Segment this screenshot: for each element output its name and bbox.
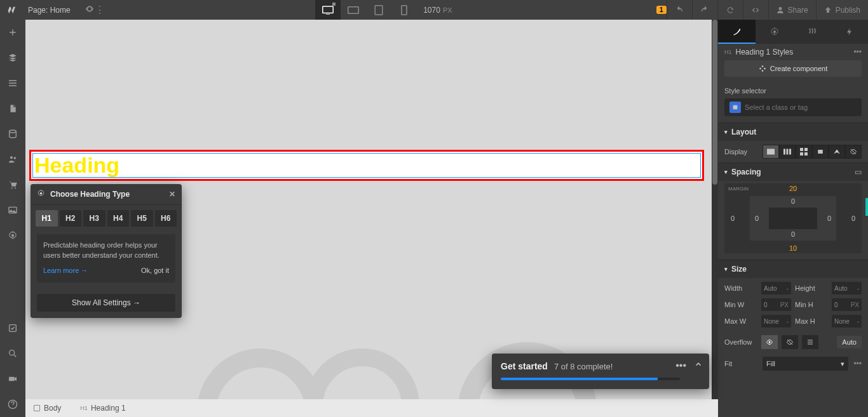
padding-right[interactable]: 0 <box>827 215 831 222</box>
assets-icon[interactable] <box>0 197 25 223</box>
padding-left[interactable]: 0 <box>755 215 759 222</box>
width-input[interactable]: Auto- <box>761 282 791 295</box>
fit-select[interactable]: Fill▾ <box>763 357 848 371</box>
section-layout[interactable]: ▾Layout <box>718 122 868 141</box>
webflow-logo-icon[interactable] <box>5 4 18 17</box>
padding-bottom[interactable]: 0 <box>791 230 795 238</box>
margin-box[interactable]: MARGIN 20 10 0 0 PADDING 0 0 0 0 <box>724 183 862 253</box>
section-size[interactable]: ▾Size <box>718 260 868 278</box>
margin-right[interactable]: 0 <box>851 215 855 222</box>
pages-icon[interactable] <box>0 96 25 121</box>
preview-eye-icon[interactable] <box>85 4 95 17</box>
display-inline-block-button[interactable] <box>812 145 829 159</box>
margin-top[interactable]: 20 <box>789 185 797 192</box>
heading-tab-h3[interactable]: H3 <box>83 210 105 227</box>
height-input[interactable]: Auto- <box>832 282 862 295</box>
cms-icon[interactable] <box>0 121 25 147</box>
more-icon[interactable]: ••• <box>853 48 862 56</box>
ok-got-it-button[interactable]: Ok, got it <box>141 266 169 276</box>
share-button[interactable]: Share <box>768 0 816 20</box>
canvas-scrollbar[interactable] <box>712 20 718 399</box>
heading-tab-h1[interactable]: H1 <box>36 210 58 227</box>
style-manager-tab-icon[interactable] <box>793 20 831 44</box>
margin-left[interactable]: 0 <box>731 215 735 222</box>
show-all-settings-button[interactable]: Show All Settings → <box>37 294 175 312</box>
more-icon[interactable]: ••• <box>853 359 862 368</box>
publish-button[interactable]: Publish <box>816 0 868 20</box>
overflow-auto-button[interactable]: Auto <box>837 336 862 348</box>
device-tablet-landscape-button[interactable] <box>341 0 366 20</box>
right-panel: H1 Heading 1 Styles ••• Create component… <box>718 20 868 417</box>
overflow-scroll-button[interactable] <box>802 335 818 349</box>
audit-icon[interactable] <box>0 315 25 341</box>
changes-badge[interactable]: 1 <box>656 6 667 14</box>
overflow-label: Overflow <box>724 338 757 346</box>
heading-text[interactable]: Heading <box>34 153 119 178</box>
padding-top[interactable]: 0 <box>791 197 795 205</box>
device-desktop-button[interactable] <box>315 0 341 20</box>
create-component-button[interactable]: Create component <box>724 60 862 77</box>
style-tab-icon[interactable] <box>718 20 756 44</box>
help-icon[interactable] <box>0 392 25 417</box>
heading-tab-h4[interactable]: H4 <box>107 210 130 227</box>
svg-rect-27 <box>818 150 823 154</box>
heading-tab-h5[interactable]: H5 <box>131 210 153 227</box>
users-icon[interactable] <box>0 147 25 172</box>
symbols-icon[interactable] <box>0 45 25 70</box>
close-icon[interactable]: ✕ <box>169 190 175 199</box>
sync-button[interactable] <box>717 0 743 20</box>
breakpoint-value: 1070 <box>423 6 440 15</box>
ecommerce-icon[interactable] <box>0 172 25 197</box>
get-started-toast: Get started 7 of 8 complete! ••• <box>492 354 709 389</box>
heading-tab-h6[interactable]: H6 <box>155 210 177 227</box>
scrollbar-thumb[interactable] <box>712 20 717 185</box>
breadcrumb-heading[interactable]: H1 Heading 1 <box>74 399 132 417</box>
svg-rect-18 <box>733 105 738 110</box>
selected-heading-element[interactable]: Heading <box>29 150 704 181</box>
settings-icon[interactable] <box>0 223 25 248</box>
section-spacing[interactable]: ▾Spacing▭ <box>718 162 868 181</box>
display-flex-button[interactable] <box>779 145 796 159</box>
display-grid-button[interactable] <box>796 145 812 159</box>
display-inline-button[interactable] <box>829 145 845 159</box>
device-tablet-button[interactable] <box>366 0 391 20</box>
more-icon[interactable]: ••• <box>675 360 686 371</box>
minw-label: Min W <box>724 301 757 308</box>
svg-rect-4 <box>402 5 407 14</box>
spacing-expand-icon[interactable]: ▭ <box>855 168 862 176</box>
redo-button[interactable] <box>692 0 717 20</box>
get-started-subtitle: 7 of 8 complete! <box>554 362 613 371</box>
margin-bottom[interactable]: 10 <box>789 244 797 252</box>
undo-button[interactable] <box>667 0 692 20</box>
minw-input[interactable]: 0PX <box>761 298 791 311</box>
maxh-input[interactable]: None- <box>832 315 862 328</box>
chevron-up-icon[interactable] <box>694 360 703 371</box>
add-element-icon[interactable] <box>0 20 25 45</box>
video-icon[interactable] <box>0 366 25 392</box>
topbar: Page: Home ⋮ 1070 PX 1 Share <box>0 0 868 20</box>
size-grid: Width Auto- Height Auto- Min W 0PX Min H… <box>718 278 868 331</box>
minh-input[interactable]: 0PX <box>832 298 862 311</box>
page-selector[interactable]: Page: Home <box>24 6 74 15</box>
settings-tab-icon[interactable] <box>756 20 793 44</box>
code-button[interactable] <box>743 0 768 20</box>
display-block-button[interactable] <box>763 145 779 159</box>
more-icon[interactable]: ⋮ <box>95 4 105 16</box>
interactions-tab-icon[interactable] <box>831 20 868 44</box>
overflow-hidden-button[interactable] <box>782 335 798 349</box>
display-none-button[interactable] <box>845 145 862 159</box>
learn-more-link[interactable]: Learn more → <box>43 266 88 276</box>
overflow-visible-button[interactable] <box>761 335 778 349</box>
svg-rect-25 <box>800 152 803 156</box>
search-icon[interactable] <box>0 341 25 366</box>
padding-box[interactable]: PADDING 0 0 0 0 <box>750 196 836 241</box>
choose-heading-popover: Choose Heading Type ✕ H1 H2 H3 H4 H5 H6 … <box>31 184 182 318</box>
device-mobile-button[interactable] <box>391 0 417 20</box>
breadcrumb-body[interactable]: Body <box>25 399 67 417</box>
class-selector-input[interactable]: Select a class or tag <box>724 98 862 116</box>
maxw-input[interactable]: None- <box>761 315 791 328</box>
navigator-icon[interactable] <box>0 70 25 96</box>
left-rail <box>0 20 25 417</box>
heading-tab-h2[interactable]: H2 <box>60 210 82 227</box>
svg-rect-12 <box>10 325 17 332</box>
